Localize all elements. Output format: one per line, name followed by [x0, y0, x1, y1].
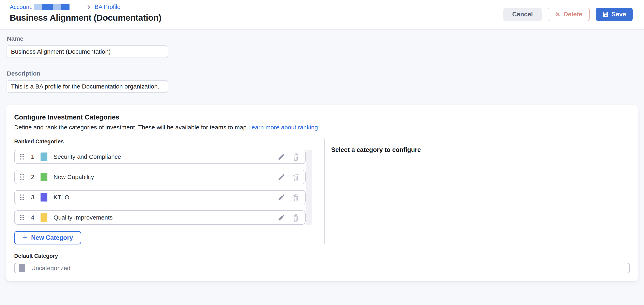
card-title: Configure Investment Categories: [14, 113, 630, 121]
card-subtitle: Define and rank the categories of invest…: [14, 124, 630, 131]
edit-category-button[interactable]: [278, 214, 285, 221]
category-row[interactable]: 2 New Capability: [14, 170, 306, 184]
category-color-swatch: [40, 213, 48, 222]
save-button-label: Save: [612, 11, 626, 18]
ranked-categories-list: 1 Security and Compliance: [14, 150, 312, 225]
breadcrumb-current-page[interactable]: BA Profile: [95, 4, 120, 10]
default-category-label: Default Category: [14, 253, 630, 259]
description-field-label: Description: [7, 70, 638, 77]
category-row[interactable]: 1 Security and Compliance: [14, 150, 306, 164]
ranked-categories-label: Ranked Categories: [14, 139, 312, 145]
main-content: Name Description Configure Investment Ca…: [0, 29, 644, 281]
name-input[interactable]: [6, 45, 168, 58]
default-category-block: Default Category Uncategorized: [14, 253, 630, 274]
edit-category-button[interactable]: [278, 193, 285, 201]
default-category-color-swatch: [19, 264, 25, 272]
category-name: KTLO: [54, 194, 69, 201]
delete-category-button[interactable]: [292, 173, 300, 181]
redaction-block: [60, 4, 70, 10]
category-row[interactable]: 3 KTLO: [14, 190, 306, 204]
category-rank: 4: [30, 214, 35, 221]
scrollbar-track[interactable]: [306, 150, 312, 225]
x-icon: ✕: [555, 11, 560, 17]
category-row-actions: [278, 152, 300, 161]
save-button[interactable]: Save: [596, 8, 633, 21]
category-name: Security and Compliance: [54, 153, 121, 160]
default-category-select[interactable]: Uncategorized: [14, 263, 630, 274]
drag-handle-icon[interactable]: [20, 214, 24, 221]
category-detail-panel: Select a category to configure: [325, 139, 630, 245]
category-name: New Capability: [54, 174, 94, 180]
subtitle-text: Define and rank the categories of invest…: [14, 124, 248, 131]
cancel-button[interactable]: Cancel: [503, 8, 542, 21]
category-row-actions: [278, 213, 300, 222]
category-rank: 1: [30, 153, 35, 160]
category-color-swatch: [40, 152, 48, 161]
category-color-swatch: [40, 173, 48, 181]
new-category-button-label: New Category: [31, 234, 73, 241]
category-rank: 2: [30, 174, 35, 180]
redaction-block: [34, 4, 42, 10]
category-rank: 3: [30, 194, 35, 201]
empty-state-message: Select a category to configure: [331, 146, 630, 154]
name-field-label: Name: [7, 35, 638, 42]
page-header: Account: BA Profile Business Alignment (…: [0, 0, 644, 29]
chevron-right-icon: [87, 4, 90, 10]
edit-category-button[interactable]: [278, 173, 285, 181]
category-color-swatch: [40, 193, 48, 202]
delete-button-label: Delete: [564, 11, 582, 18]
delete-category-button[interactable]: [292, 193, 300, 202]
breadcrumb-account-label: Account:: [10, 4, 33, 10]
redaction-block: [53, 4, 60, 10]
save-icon: [602, 11, 609, 18]
redaction-block: [42, 4, 53, 10]
new-category-button[interactable]: + New Category: [14, 231, 81, 245]
learn-more-link[interactable]: Learn more about ranking: [248, 124, 318, 131]
description-input[interactable]: [6, 80, 168, 93]
delete-category-button[interactable]: [292, 152, 300, 161]
categories-columns: Ranked Categories 1 Security and Complia…: [14, 139, 630, 245]
category-row-actions: [278, 173, 300, 181]
ranked-categories-column: Ranked Categories 1 Security and Complia…: [14, 139, 312, 245]
breadcrumb-account-link[interactable]: Account:: [10, 4, 70, 10]
investment-categories-card: Configure Investment Categories Define a…: [6, 105, 638, 281]
category-row-actions: [278, 193, 300, 202]
delete-button[interactable]: ✕ Delete: [548, 8, 590, 21]
delete-category-button[interactable]: [292, 213, 300, 222]
drag-handle-icon[interactable]: [20, 153, 24, 160]
category-name: Quality Improvements: [54, 214, 113, 221]
account-name-redacted: [34, 4, 70, 10]
plus-icon: +: [22, 233, 28, 242]
default-category-name: Uncategorized: [31, 265, 70, 272]
header-actions: Cancel ✕ Delete Save: [503, 8, 633, 21]
category-row[interactable]: 4 Quality Improvements: [14, 210, 306, 225]
drag-handle-icon[interactable]: [20, 174, 24, 180]
drag-handle-icon[interactable]: [20, 194, 24, 201]
edit-category-button[interactable]: [278, 153, 285, 161]
